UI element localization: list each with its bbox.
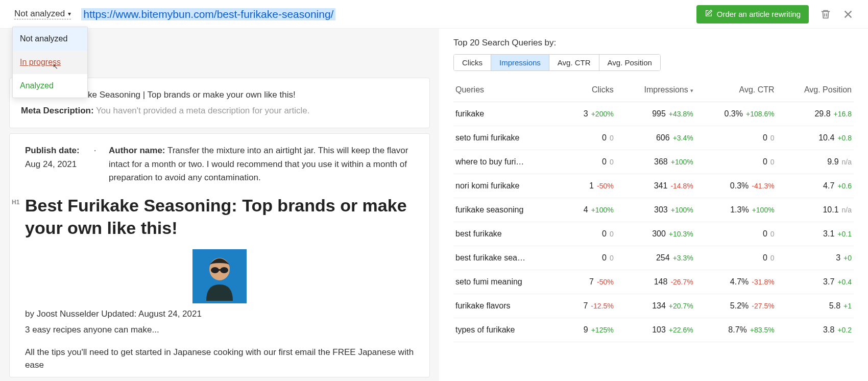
cell-query: furikake	[453, 102, 564, 126]
cell-pos: 4.7+0.6	[777, 174, 854, 198]
cell-query: best furikake	[453, 222, 564, 246]
delete-button[interactable]	[820, 9, 831, 20]
tagline: 3 easy recipes anyone can make...	[25, 323, 414, 337]
cell-ctr: 00	[695, 150, 777, 174]
cell-impressions: 303+100%	[616, 198, 695, 222]
table-row[interactable]: best furikake00300+10.3%003.1+0.1	[453, 222, 854, 246]
metric-tabs: Clicks Impressions Avg. CTR Avg. Positio…	[453, 54, 661, 71]
cursor-icon: ↖	[53, 63, 58, 70]
cell-ctr: 5.2%-27.5%	[695, 294, 777, 318]
cell-clicks: 1-50%	[564, 174, 616, 198]
status-dropdown-trigger[interactable]: Not analyzed ▾	[14, 9, 71, 19]
table-row[interactable]: furikake seasoning4+100%303+100%1.3%+100…	[453, 198, 854, 222]
table-row[interactable]: seto fumi meaning7-50%148-26.7%4.7%-31.8…	[453, 270, 854, 294]
cell-ctr: 4.7%-31.8%	[695, 270, 777, 294]
cell-pos: 9.9n/a	[777, 150, 854, 174]
table-row[interactable]: types of furikake9+125%103+22.6%8.7%+83.…	[453, 318, 854, 342]
article-box: Publish date: Aug 24, 2021 · Author name…	[9, 133, 430, 377]
status-option-analyzed[interactable]: Analyzed	[13, 74, 87, 98]
meta-desc-row: Meta Description: You haven't provided a…	[21, 103, 418, 119]
col-impressions[interactable]: Impressions▾	[616, 80, 695, 102]
cell-ctr: 1.3%+100%	[695, 198, 777, 222]
cell-ctr: 00	[695, 222, 777, 246]
col-queries[interactable]: Queries	[453, 80, 564, 102]
right-panel: Top 20 Search Queries by: Clicks Impress…	[439, 29, 868, 381]
status-dropdown-menu: Not analyzed In progress ↖ Analyzed	[12, 27, 88, 98]
cell-ctr: 00	[695, 126, 777, 150]
cell-impressions: 134+20.7%	[616, 294, 695, 318]
cell-pos: 3+0	[777, 246, 854, 270]
publish-author-row: Publish date: Aug 24, 2021 · Author name…	[25, 144, 414, 184]
cell-ctr: 8.7%+83.5%	[695, 318, 777, 342]
cell-impressions: 995+43.8%	[616, 102, 695, 126]
author-avatar	[192, 249, 247, 303]
publish-date-value: Aug 24, 2021	[25, 159, 77, 169]
avatar-placeholder-icon	[199, 252, 240, 301]
article-h1: Best Furikake Seasoning: Top brands or m…	[25, 195, 414, 239]
cell-clicks: 4+100%	[564, 198, 616, 222]
cell-pos: 3.7+0.4	[777, 270, 854, 294]
col-clicks[interactable]: Clicks	[564, 80, 616, 102]
cell-pos: 10.4+0.8	[777, 126, 854, 150]
col-avg-position[interactable]: Avg. Position	[777, 80, 854, 102]
excerpt: All the tips you'll need to get started …	[25, 346, 414, 372]
cell-clicks: 00	[564, 150, 616, 174]
bullet: ·	[92, 144, 98, 184]
close-icon	[842, 9, 854, 20]
cell-query: seto fumi meaning	[453, 270, 564, 294]
tab-avg-position[interactable]: Avg. Position	[599, 55, 660, 70]
cell-impressions: 148-26.7%	[616, 270, 695, 294]
h1-tag-label: H1	[12, 199, 19, 206]
table-row[interactable]: furikake3+200%995+43.8%0.3%+108.6%29.8+1…	[453, 102, 854, 126]
meta-desc-placeholder: You haven't provided a meta description …	[96, 106, 309, 115]
table-row[interactable]: seto fumi furikake00606+3.4%0010.4+0.8	[453, 126, 854, 150]
table-row[interactable]: furikake flavors7-12.5%134+20.7%5.2%-27.…	[453, 294, 854, 318]
url-display[interactable]: https://www.bitemybun.com/best-furikake-…	[81, 8, 335, 20]
cell-clicks: 7-50%	[564, 270, 616, 294]
cell-impressions: 341-14.8%	[616, 174, 695, 198]
cell-impressions: 254+3.3%	[616, 246, 695, 270]
svg-point-2	[211, 267, 219, 273]
cell-impressions: 103+22.6%	[616, 318, 695, 342]
cell-query: where to buy furi…	[453, 150, 564, 174]
cell-ctr: 0.3%+108.6%	[695, 102, 777, 126]
cell-impressions: 300+10.3%	[616, 222, 695, 246]
table-row[interactable]: nori komi furikake1-50%341-14.8%0.3%-41.…	[453, 174, 854, 198]
queries-heading: Top 20 Search Queries by:	[453, 38, 854, 48]
cell-pos: 3.1+0.1	[777, 222, 854, 246]
tab-avg-ctr[interactable]: Avg. CTR	[549, 55, 599, 70]
col-avg-ctr[interactable]: Avg. CTR	[695, 80, 777, 102]
cell-clicks: 7-12.5%	[564, 294, 616, 318]
status-label: Not analyzed	[14, 9, 65, 19]
svg-point-3	[220, 267, 228, 273]
order-rewrite-button[interactable]: Order an article rewriting	[696, 5, 809, 23]
cell-query: nori komi furikake	[453, 174, 564, 198]
cell-ctr: 00	[695, 246, 777, 270]
status-option-not-analyzed[interactable]: Not analyzed	[13, 27, 87, 51]
chevron-down-icon: ▾	[68, 10, 71, 17]
trash-icon	[820, 9, 831, 20]
cell-impressions: 606+3.4%	[616, 126, 695, 150]
cell-clicks: 00	[564, 126, 616, 150]
table-row[interactable]: best furikake sea…00254+3.3%003+0	[453, 246, 854, 270]
cell-pos: 29.8+16.8	[777, 102, 854, 126]
cell-clicks: 3+200%	[564, 102, 616, 126]
edit-icon	[705, 9, 713, 19]
cell-query: best furikake sea…	[453, 246, 564, 270]
publish-date-label: Publish date:	[25, 146, 80, 155]
tab-clicks[interactable]: Clicks	[454, 55, 491, 70]
status-option-in-progress[interactable]: In progress ↖	[13, 51, 87, 74]
cell-clicks: 00	[564, 222, 616, 246]
cell-clicks: 00	[564, 246, 616, 270]
cell-query: furikake seasoning	[453, 198, 564, 222]
close-button[interactable]	[842, 9, 854, 20]
table-row[interactable]: where to buy furi…00368+100%009.9n/a	[453, 150, 854, 174]
order-label: Order an article rewriting	[717, 10, 801, 18]
meta-desc-label: Meta Description:	[21, 106, 94, 115]
sort-desc-icon: ▾	[690, 87, 693, 93]
cell-query: types of furikake	[453, 318, 564, 342]
cell-pos: 10.1n/a	[777, 198, 854, 222]
author-col: Author name: Transfer the mixture into a…	[109, 144, 414, 184]
tab-impressions[interactable]: Impressions	[491, 55, 549, 70]
cell-pos: 5.8+1	[777, 294, 854, 318]
